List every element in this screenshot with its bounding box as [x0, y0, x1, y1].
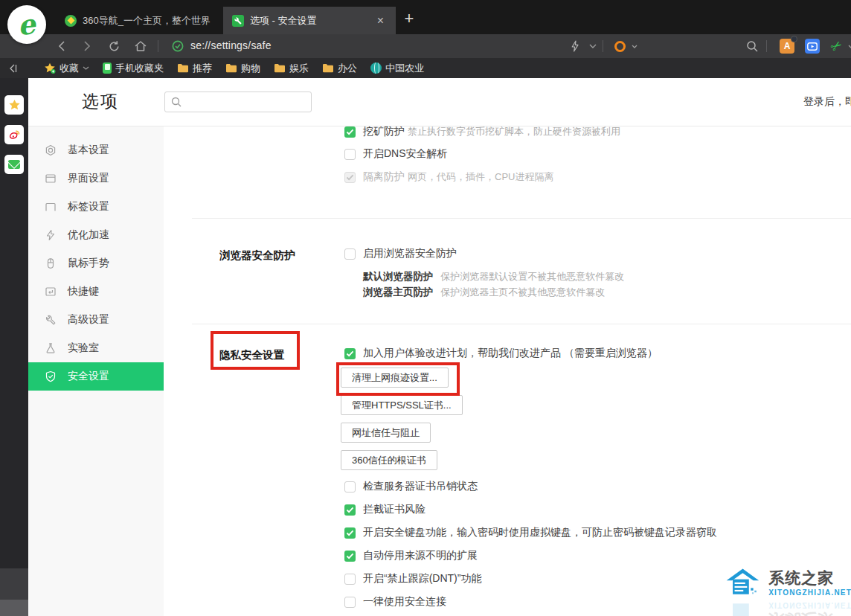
checkbox-safe-keyboard[interactable]	[344, 527, 356, 539]
search-icon	[171, 97, 182, 107]
watermark: 系统之家 XITONGZHIJIA.NET 系统之家 XITONGZHIJIA.…	[725, 565, 851, 616]
setting-row-ux-plan: 加入用户体验改进计划，帮助我们改进产品 （需要重启浏览器）	[344, 347, 658, 360]
sidebar-item-speed[interactable]: 优化加速	[28, 221, 164, 249]
watermark-name: 系统之家	[768, 568, 851, 588]
url-trust-block-button[interactable]: 网址信任与阻止	[341, 423, 431, 443]
bookmark-folder-recommend[interactable]: 推荐	[177, 62, 212, 75]
checkbox-enable-browser-protect[interactable]	[344, 248, 356, 260]
chevron-down-icon	[83, 66, 89, 70]
chevron-down-icon[interactable]	[583, 34, 603, 58]
settings-search-box[interactable]	[164, 92, 312, 112]
setting-row-enable-protect: 启用浏览器安全防护	[344, 247, 457, 260]
bookmark-china-agri[interactable]: 中国农业	[370, 62, 424, 75]
checkbox-block-cert-risk[interactable]	[344, 504, 356, 516]
hotkey-icon	[45, 286, 57, 298]
sidebar-item-interface[interactable]: 界面设置	[28, 164, 164, 193]
weibo-icon	[7, 128, 21, 141]
tab-options-active[interactable]: 选项 - 安全设置 ×	[223, 7, 396, 34]
star-icon	[44, 62, 56, 74]
setting-row-dnt: 开启“禁止跟踪(DNT)”功能	[344, 572, 481, 585]
bookmark-mobile-favorites[interactable]: 手机收藏夹	[103, 62, 164, 75]
favorites-menu[interactable]: 收藏	[44, 62, 89, 75]
mail-button[interactable]	[4, 155, 24, 174]
chevron-down-icon[interactable]	[845, 34, 851, 58]
tab-icon	[45, 201, 57, 213]
address-bar-url[interactable]: se://settings/safe	[190, 39, 272, 51]
setting-row-dns: 开启DNS安全解析	[344, 147, 448, 161]
setting-row-mining: 挖矿防护禁止执行数字货币挖矿脚本，防止硬件资源被利用	[344, 125, 620, 138]
new-tab-button[interactable]: +	[400, 10, 418, 27]
360-trusted-root-certs-button[interactable]: 360信任的根证书	[341, 450, 437, 470]
clear-traces-settings-button[interactable]: 清理上网痕迹设置...	[341, 368, 449, 388]
home-button[interactable]	[131, 34, 150, 58]
settings-sidebar: 基本设置 界面设置 标签设置 优化加速 鼠标手势 快捷键 高级设置 实验室	[28, 126, 164, 616]
checkbox-dnt[interactable]	[344, 574, 356, 585]
section-label-privacy: 隐私安全设置	[219, 348, 284, 362]
wrench-icon	[45, 314, 57, 326]
subrow-homepage-protect: 浏览器主页防护 保护浏览器主页不被其他恶意软件篡改	[363, 286, 605, 299]
mouse-icon	[45, 257, 57, 269]
ad-block-extension-icon[interactable]: A	[780, 39, 794, 54]
video-extension-icon[interactable]	[805, 39, 820, 54]
tab-title: 360导航_一个主页，整个世界	[83, 14, 211, 28]
tab-360-nav[interactable]: 360导航_一个主页，整个世界	[56, 7, 221, 34]
tab-bar: e 360导航_一个主页，整个世界 选项 - 安全设置 × +	[0, 0, 851, 34]
favorites-sidebar-button[interactable]	[4, 95, 24, 115]
side-toolbar-scroll-thumb[interactable]	[0, 600, 28, 616]
checkbox-dns-resolve[interactable]	[344, 149, 356, 160]
lock-badge-icon	[791, 36, 797, 42]
bookmark-folder-office[interactable]: 办公	[322, 62, 357, 75]
tab-close-icon[interactable]: ×	[374, 13, 387, 28]
checkbox-secure-connection[interactable]	[344, 597, 356, 608]
checkbox-mining-protect[interactable]	[344, 126, 356, 138]
checkbox-ux-plan[interactable]	[344, 348, 356, 359]
360-account-icon[interactable]	[610, 34, 629, 58]
folder-icon	[274, 63, 286, 73]
folder-icon	[322, 63, 334, 73]
sidebar-item-basic[interactable]: 基本设置	[28, 136, 164, 164]
toolbar-divider	[766, 40, 767, 52]
setting-row-secure-connection: 一律使用安全连接	[344, 595, 446, 609]
manage-https-ssl-certs-button[interactable]: 管理HTTPS/SSL证书...	[341, 395, 463, 415]
bookmarks-bar: 收藏 手机收藏夹 推荐 购物 娱乐 办公 中国农业	[0, 58, 851, 78]
reload-button[interactable]	[104, 34, 123, 58]
lightning-icon	[45, 229, 57, 241]
subrow-default-browser-protect: 默认浏览器防护 保护浏览器默认设置不被其他恶意软件篡改	[363, 270, 624, 283]
chevron-down-icon[interactable]	[629, 34, 640, 58]
setting-row-safe-keyboard: 开启安全键盘功能，输入密码时使用虚拟键盘，可防止密码被键盘记录器窃取	[344, 526, 717, 539]
sidebar-item-lab[interactable]: 实验室	[28, 334, 164, 362]
bookmark-folder-entertainment[interactable]: 娱乐	[274, 62, 309, 75]
sidebar-item-hotkeys[interactable]: 快捷键	[28, 277, 164, 306]
sidebar-item-security[interactable]: 安全设置	[28, 362, 164, 391]
site-safety-shield-icon[interactable]	[168, 34, 187, 58]
globe-icon	[370, 62, 382, 74]
toolbar-divider	[158, 40, 158, 52]
collapse-bookmarks-icon[interactable]	[9, 64, 17, 73]
checkbox-disable-unknown-ext[interactable]	[344, 551, 356, 562]
browser-logo-icon: e	[16, 10, 36, 39]
security-settings-panel: 挖矿防护禁止执行数字货币挖矿脚本，防止硬件资源被利用 开启DNS安全解析 隔离防…	[164, 126, 851, 616]
sidebar-item-advanced[interactable]: 高级设置	[28, 306, 164, 334]
bookmark-folder-shopping[interactable]: 购物	[225, 62, 260, 75]
settings-search-input[interactable]	[186, 97, 305, 108]
window-icon	[45, 173, 57, 185]
weibo-share-button[interactable]	[4, 125, 24, 144]
lightning-speed-icon[interactable]	[565, 34, 585, 58]
login-hint-text: 登录后，即	[803, 95, 851, 109]
flask-icon	[45, 342, 57, 354]
browser-logo[interactable]: e	[7, 5, 46, 44]
checkbox-cert-revocation[interactable]	[344, 481, 356, 493]
scissors-screenshot-icon[interactable]: ✂	[827, 34, 847, 58]
wrench-icon	[232, 15, 244, 27]
browser-window: e 360导航_一个主页，整个世界 选项 - 安全设置 × +	[0, 0, 851, 616]
sidebar-item-tabs[interactable]: 标签设置	[28, 193, 164, 221]
search-icon[interactable]	[742, 34, 762, 58]
back-button[interactable]	[52, 34, 71, 58]
watermark-house-icon	[725, 565, 762, 598]
sidebar-item-mouse-gestures[interactable]: 鼠标手势	[28, 249, 164, 277]
watermark-site: XITONGZHIJIA.NET	[768, 588, 851, 597]
setting-row-block-cert-risk: 拦截证书风险	[344, 503, 426, 516]
checkbox-isolation-disabled	[344, 172, 356, 183]
forward-button[interactable]	[77, 34, 97, 58]
mail-icon	[8, 160, 20, 169]
